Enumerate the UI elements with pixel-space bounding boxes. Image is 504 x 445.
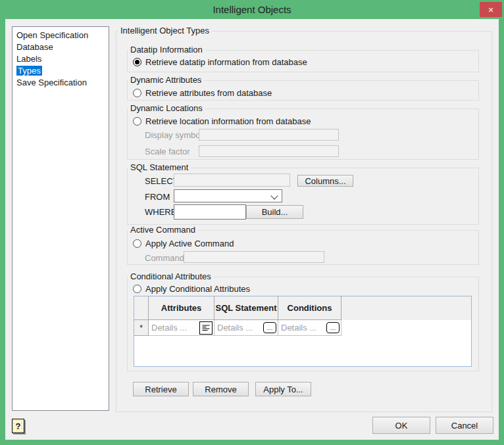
sql-statement-cell[interactable]: Details ... ... (214, 320, 278, 336)
sql-details-button[interactable]: ... (263, 322, 276, 333)
close-button[interactable]: × (480, 2, 502, 17)
where-label: WHERE (145, 207, 176, 217)
remove-button[interactable]: Remove (193, 382, 249, 396)
column-header-conditions: Conditions (278, 296, 341, 320)
row-header-column (134, 296, 149, 320)
new-row-marker: * (134, 320, 149, 336)
conditional-attributes-table: Attributes SQL Statement Conditions * De… (134, 296, 472, 367)
select-field (174, 174, 290, 187)
display-symbol-field (199, 129, 339, 141)
from-label: FROM (145, 192, 170, 202)
datatip-radio[interactable]: Retrieve datatip information from databa… (133, 57, 307, 67)
radio-selected-icon (133, 58, 141, 66)
sidebar-item-open-specification[interactable]: Open Specification (13, 30, 109, 41)
command-label: Command (145, 253, 184, 263)
header-filler (341, 296, 471, 320)
sidebar-item-labels[interactable]: Labels (13, 53, 109, 65)
table-header-row: Attributes SQL Statement Conditions (134, 296, 471, 320)
help-icon[interactable]: ? (12, 419, 24, 433)
table-row: * Details ... Details ... ... Details ..… (134, 320, 471, 336)
column-header-attributes: Attributes (149, 296, 214, 320)
build-button[interactable]: Build... (246, 205, 303, 219)
active-command-radio[interactable]: Apply Active Command (133, 238, 234, 248)
from-dropdown[interactable] (174, 189, 282, 202)
radio-unselected-icon (133, 89, 141, 97)
sidebar-item-save-specification[interactable]: Save Specification (13, 77, 109, 89)
window-title: Intelligent Objects (0, 0, 504, 19)
radio-unselected-icon (133, 117, 141, 126)
sidebar-item-types[interactable]: Types (13, 65, 109, 77)
conditions-details-button[interactable]: ... (326, 322, 340, 333)
columns-button[interactable]: Columns... (297, 175, 353, 187)
radio-unselected-icon (133, 239, 141, 248)
column-header-sql-statement: SQL Statement (214, 296, 278, 320)
dynamic-locations-radio[interactable]: Retrieve location information from datab… (133, 116, 311, 126)
attributes-cell[interactable]: Details ... (149, 320, 214, 336)
group-title: Intelligent Object Types (118, 26, 212, 35)
category-list[interactable]: Open Specification Database Labels Types… (12, 26, 109, 411)
where-field[interactable] (174, 204, 246, 220)
dynamic-attributes-radio[interactable]: Retrieve attributes from database (133, 87, 272, 98)
titlebar[interactable]: Intelligent Objects × (0, 0, 504, 19)
apply-to-button[interactable]: Apply To... (255, 382, 311, 396)
command-field (184, 251, 324, 263)
select-label: SELECT (145, 176, 178, 186)
display-symbol-label: Display symbol (145, 130, 202, 140)
scale-factor-label: Scale factor (145, 147, 190, 156)
dialog-window: Intelligent Objects × Open Specification… (0, 0, 504, 445)
sidebar-item-database[interactable]: Database (13, 41, 109, 53)
scale-factor-field (199, 145, 339, 157)
ok-button[interactable]: OK (372, 417, 430, 434)
retrieve-button[interactable]: Retrieve (133, 382, 189, 396)
conditional-attributes-radio[interactable]: Apply Conditional Attributes (133, 283, 250, 294)
attributes-details-button[interactable] (199, 321, 213, 335)
radio-unselected-icon (133, 285, 141, 293)
close-icon: × (488, 5, 493, 14)
cancel-button[interactable]: Cancel (436, 417, 493, 434)
details-list-icon (202, 324, 210, 332)
chevron-down-icon (270, 192, 278, 199)
conditions-cell[interactable]: Details ... ... (278, 320, 341, 336)
